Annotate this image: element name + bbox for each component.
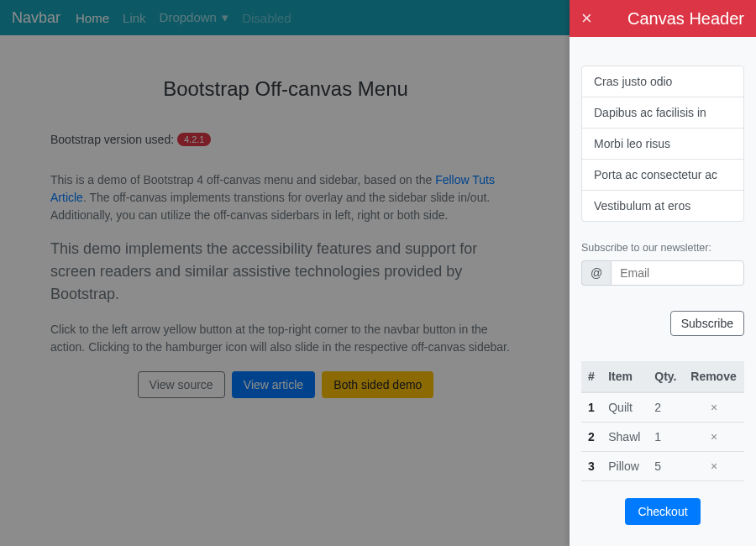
cell-item: Quilt: [601, 392, 648, 423]
cell-qty: 2: [648, 392, 684, 423]
cell-qty: 1: [648, 423, 684, 452]
offcanvas-header: × Canvas Header: [570, 0, 756, 37]
offcanvas-panel: × Canvas Header Cras justo odio Dapibus …: [570, 0, 756, 546]
cell-item: Shawl: [601, 423, 648, 452]
cart-table: # Item Qty. Remove 1 Quilt 2 × 2: [581, 361, 744, 481]
list-item[interactable]: Cras justo odio: [582, 66, 743, 97]
list-item[interactable]: Morbi leo risus: [582, 129, 743, 160]
col-remove: Remove: [684, 361, 744, 392]
offcanvas-title: Canvas Header: [627, 9, 744, 29]
list-item[interactable]: Porta ac consectetur ac: [582, 160, 743, 191]
table-row: 3 Pillow 5 ×: [581, 452, 744, 481]
table-row: 1 Quilt 2 ×: [581, 392, 744, 423]
cell-idx: 1: [581, 392, 601, 423]
email-input-group: @: [581, 260, 744, 286]
list-item[interactable]: Vestibulum at eros: [582, 191, 743, 221]
offcanvas-body: Cras justo odio Dapibus ac facilisis in …: [570, 37, 756, 537]
list-group: Cras justo odio Dapibus ac facilisis in …: [581, 66, 744, 222]
table-row: 2 Shawl 1 ×: [581, 423, 744, 452]
checkout-button[interactable]: Checkout: [625, 498, 700, 525]
cell-idx: 3: [581, 452, 601, 481]
remove-icon[interactable]: ×: [684, 423, 744, 452]
remove-icon[interactable]: ×: [684, 452, 744, 481]
close-icon[interactable]: ×: [581, 9, 592, 28]
col-item: Item: [601, 361, 648, 392]
at-icon: @: [581, 260, 611, 286]
cell-qty: 5: [648, 452, 684, 481]
cell-item: Pillow: [601, 452, 648, 481]
remove-icon[interactable]: ×: [684, 392, 744, 423]
col-idx: #: [581, 361, 601, 392]
col-qty: Qty.: [648, 361, 684, 392]
list-item[interactable]: Dapibus ac facilisis in: [582, 97, 743, 129]
subscribe-label: Subscribe to our newsletter:: [581, 242, 744, 254]
subscribe-button[interactable]: Subscribe: [670, 311, 744, 336]
email-field[interactable]: [611, 260, 744, 286]
cell-idx: 2: [581, 423, 601, 452]
